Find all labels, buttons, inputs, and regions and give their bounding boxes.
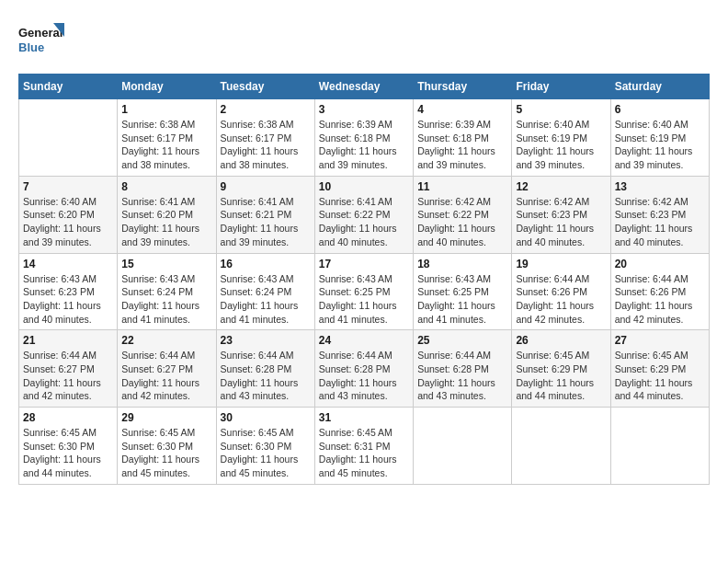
day-info: Sunrise: 6:45 AMSunset: 6:31 PMDaylight:… [319,426,409,480]
day-number: 15 [121,258,211,270]
calendar-cell: 27Sunrise: 6:45 AMSunset: 6:29 PMDayligh… [610,330,709,408]
day-info: Sunrise: 6:45 AMSunset: 6:29 PMDaylight:… [615,349,705,403]
day-number: 29 [121,411,211,424]
day-info: Sunrise: 6:45 AMSunset: 6:30 PMDaylight:… [221,426,311,480]
calendar-cell: 31Sunrise: 6:45 AMSunset: 6:31 PMDayligh… [314,408,413,485]
day-info: Sunrise: 6:40 AMSunset: 6:19 PMDaylight:… [516,118,606,172]
day-number: 12 [516,180,606,193]
day-info: Sunrise: 6:41 AMSunset: 6:22 PMDaylight:… [319,195,409,249]
day-info: Sunrise: 6:38 AMSunset: 6:17 PMDaylight:… [121,118,211,172]
day-info: Sunrise: 6:39 AMSunset: 6:18 PMDaylight:… [417,118,507,172]
day-number: 10 [319,180,409,193]
day-number: 5 [516,103,606,116]
calendar-cell: 20Sunrise: 6:44 AMSunset: 6:26 PMDayligh… [610,253,709,330]
day-info: Sunrise: 6:44 AMSunset: 6:28 PMDaylight:… [417,349,507,403]
day-info: Sunrise: 6:44 AMSunset: 6:26 PMDaylight:… [615,272,705,327]
weekday-header-row: SundayMondayTuesdayWednesdayThursdayFrid… [19,75,710,99]
day-number: 11 [417,180,507,193]
svg-text:General: General [18,26,63,40]
day-info: Sunrise: 6:44 AMSunset: 6:27 PMDaylight:… [23,349,113,403]
day-number: 18 [417,258,507,270]
day-number: 28 [23,411,113,424]
calendar-cell [512,408,610,485]
day-info: Sunrise: 6:45 AMSunset: 6:30 PMDaylight:… [23,426,113,480]
calendar-cell: 10Sunrise: 6:41 AMSunset: 6:22 PMDayligh… [314,176,413,253]
calendar-cell: 2Sunrise: 6:38 AMSunset: 6:17 PMDaylight… [216,99,314,177]
calendar-cell: 16Sunrise: 6:43 AMSunset: 6:24 PMDayligh… [216,253,314,330]
day-number: 6 [615,103,705,116]
calendar-week-0: 1Sunrise: 6:38 AMSunset: 6:17 PMDaylight… [19,99,710,177]
calendar-cell: 30Sunrise: 6:45 AMSunset: 6:30 PMDayligh… [216,408,314,485]
day-info: Sunrise: 6:42 AMSunset: 6:22 PMDaylight:… [417,195,507,249]
calendar-cell: 21Sunrise: 6:44 AMSunset: 6:27 PMDayligh… [19,330,118,408]
day-number: 24 [319,334,409,347]
day-info: Sunrise: 6:44 AMSunset: 6:27 PMDaylight:… [121,349,211,403]
day-number: 21 [23,334,113,347]
day-info: Sunrise: 6:41 AMSunset: 6:21 PMDaylight:… [221,195,311,249]
weekday-header-wednesday: Wednesday [314,75,413,99]
calendar-cell: 3Sunrise: 6:39 AMSunset: 6:18 PMDaylight… [314,99,413,177]
calendar-cell [610,408,709,485]
calendar-cell: 13Sunrise: 6:42 AMSunset: 6:23 PMDayligh… [610,176,709,253]
calendar-cell: 6Sunrise: 6:40 AMSunset: 6:19 PMDaylight… [610,99,709,177]
day-info: Sunrise: 6:44 AMSunset: 6:28 PMDaylight:… [319,349,409,403]
calendar-cell: 14Sunrise: 6:43 AMSunset: 6:23 PMDayligh… [19,253,118,330]
calendar-cell: 17Sunrise: 6:43 AMSunset: 6:25 PMDayligh… [314,253,413,330]
day-number: 20 [615,258,705,270]
logo: GeneralBlue [18,18,64,64]
day-info: Sunrise: 6:39 AMSunset: 6:18 PMDaylight:… [319,118,409,172]
day-info: Sunrise: 6:40 AMSunset: 6:20 PMDaylight:… [23,195,113,249]
day-info: Sunrise: 6:45 AMSunset: 6:29 PMDaylight:… [516,349,606,403]
day-info: Sunrise: 6:44 AMSunset: 6:28 PMDaylight:… [221,349,311,403]
calendar-cell: 5Sunrise: 6:40 AMSunset: 6:19 PMDaylight… [512,99,610,177]
calendar-week-2: 14Sunrise: 6:43 AMSunset: 6:23 PMDayligh… [19,253,710,330]
weekday-header-thursday: Thursday [414,75,512,99]
calendar-cell [19,99,118,177]
day-number: 30 [221,411,311,424]
day-number: 2 [221,103,311,116]
day-number: 22 [121,334,211,347]
calendar-cell: 11Sunrise: 6:42 AMSunset: 6:22 PMDayligh… [414,176,512,253]
day-number: 14 [23,258,113,270]
calendar-cell: 26Sunrise: 6:45 AMSunset: 6:29 PMDayligh… [512,330,610,408]
logo-svg: GeneralBlue [18,18,64,64]
calendar-cell: 4Sunrise: 6:39 AMSunset: 6:18 PMDaylight… [414,99,512,177]
page-header: GeneralBlue [18,18,710,64]
day-number: 19 [516,258,606,270]
day-info: Sunrise: 6:43 AMSunset: 6:24 PMDaylight:… [221,272,311,327]
weekday-header-friday: Friday [512,75,610,99]
day-number: 25 [417,334,507,347]
day-number: 26 [516,334,606,347]
day-info: Sunrise: 6:38 AMSunset: 6:17 PMDaylight:… [221,118,311,172]
weekday-header-monday: Monday [118,75,216,99]
calendar-week-3: 21Sunrise: 6:44 AMSunset: 6:27 PMDayligh… [19,330,710,408]
day-info: Sunrise: 6:45 AMSunset: 6:30 PMDaylight:… [121,426,211,480]
day-number: 27 [615,334,705,347]
day-number: 13 [615,180,705,193]
weekday-header-tuesday: Tuesday [216,75,314,99]
calendar-week-4: 28Sunrise: 6:45 AMSunset: 6:30 PMDayligh… [19,408,710,485]
weekday-header-saturday: Saturday [610,75,709,99]
day-info: Sunrise: 6:43 AMSunset: 6:24 PMDaylight:… [121,272,211,327]
calendar-cell: 25Sunrise: 6:44 AMSunset: 6:28 PMDayligh… [414,330,512,408]
day-number: 23 [221,334,311,347]
day-info: Sunrise: 6:43 AMSunset: 6:23 PMDaylight:… [23,272,113,327]
calendar-cell: 1Sunrise: 6:38 AMSunset: 6:17 PMDaylight… [118,99,216,177]
weekday-header-sunday: Sunday [19,75,118,99]
calendar-header: SundayMondayTuesdayWednesdayThursdayFrid… [19,75,710,99]
day-info: Sunrise: 6:41 AMSunset: 6:20 PMDaylight:… [121,195,211,249]
day-info: Sunrise: 6:43 AMSunset: 6:25 PMDaylight:… [319,272,409,327]
calendar-cell [414,408,512,485]
day-info: Sunrise: 6:40 AMSunset: 6:19 PMDaylight:… [615,118,705,172]
calendar-cell: 18Sunrise: 6:43 AMSunset: 6:25 PMDayligh… [414,253,512,330]
calendar-cell: 9Sunrise: 6:41 AMSunset: 6:21 PMDaylight… [216,176,314,253]
calendar-cell: 7Sunrise: 6:40 AMSunset: 6:20 PMDaylight… [19,176,118,253]
calendar-table: SundayMondayTuesdayWednesdayThursdayFrid… [18,74,710,485]
day-number: 1 [121,103,211,116]
calendar-cell: 22Sunrise: 6:44 AMSunset: 6:27 PMDayligh… [118,330,216,408]
calendar-cell: 19Sunrise: 6:44 AMSunset: 6:26 PMDayligh… [512,253,610,330]
calendar-cell: 28Sunrise: 6:45 AMSunset: 6:30 PMDayligh… [19,408,118,485]
day-number: 7 [23,180,113,193]
day-info: Sunrise: 6:44 AMSunset: 6:26 PMDaylight:… [516,272,606,327]
calendar-week-1: 7Sunrise: 6:40 AMSunset: 6:20 PMDaylight… [19,176,710,253]
